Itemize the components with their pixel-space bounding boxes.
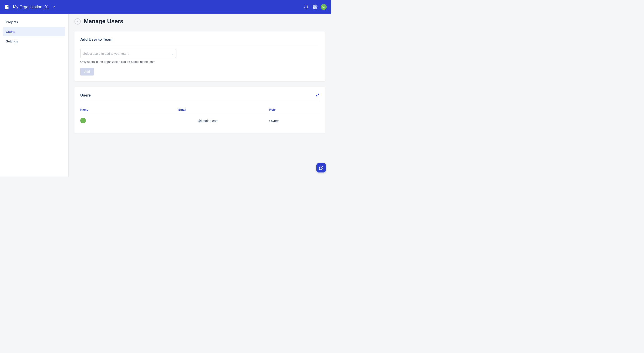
row-role: Owner xyxy=(269,114,320,128)
column-header-email[interactable]: Email xyxy=(178,105,270,114)
app-header: My Organization_01 LN xyxy=(0,0,331,14)
add-user-card-title: Add User to Team xyxy=(80,37,320,42)
users-table: Name Email Role @katalon.com Owner xyxy=(80,105,320,128)
sidebar: Projects Users Settings xyxy=(0,14,69,176)
user-select-input[interactable]: Select users to add to your team. xyxy=(80,49,176,58)
help-widget[interactable] xyxy=(316,163,326,172)
org-switcher-chevron[interactable] xyxy=(52,5,56,9)
users-card: Users Name Email Role xyxy=(74,87,325,133)
svg-point-1 xyxy=(321,168,321,168)
divider xyxy=(80,101,320,101)
helper-text: Only users in the organization can be ad… xyxy=(80,60,320,63)
sidebar-item-users[interactable]: Users xyxy=(3,27,65,36)
row-email: @katalon.com xyxy=(178,114,270,128)
add-user-card: Add User to Team Select users to add to … xyxy=(74,31,325,81)
caret-down-icon xyxy=(171,52,173,55)
users-card-title: Users xyxy=(80,93,91,98)
add-button[interactable]: Add xyxy=(80,68,94,75)
settings-icon[interactable] xyxy=(310,2,320,11)
column-header-role[interactable]: Role xyxy=(269,105,320,114)
org-name[interactable]: My Organization_01 xyxy=(13,5,49,9)
divider xyxy=(80,45,320,45)
page-title: Manage Users xyxy=(84,18,123,25)
column-header-name[interactable]: Name xyxy=(80,105,178,114)
notifications-icon[interactable] xyxy=(302,2,310,11)
main-content: Manage Users Add User to Team Select use… xyxy=(69,14,331,176)
select-placeholder: Select users to add to your team. xyxy=(83,52,129,55)
page-header: Manage Users xyxy=(74,18,325,25)
sidebar-item-settings[interactable]: Settings xyxy=(3,37,65,46)
collapse-icon[interactable] xyxy=(316,93,320,98)
svg-point-0 xyxy=(314,6,316,7)
table-row[interactable]: @katalon.com Owner xyxy=(80,114,320,128)
sidebar-item-projects[interactable]: Projects xyxy=(3,17,65,26)
back-button[interactable] xyxy=(74,18,81,24)
user-avatar[interactable]: LN xyxy=(321,4,327,10)
app-logo[interactable] xyxy=(4,4,9,9)
row-avatar xyxy=(80,118,86,123)
